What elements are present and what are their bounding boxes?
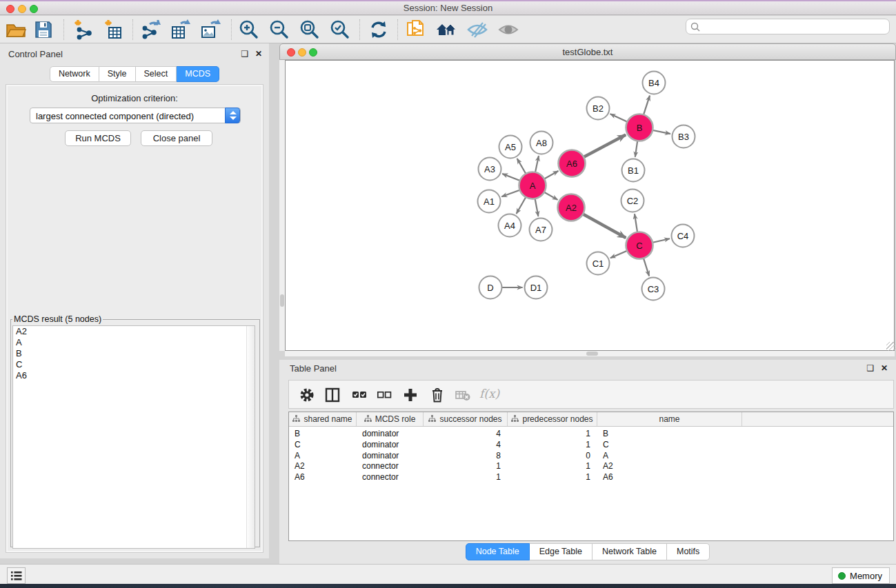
graph-edge-A-A6[interactable] <box>543 171 558 179</box>
add-column-plus-icon[interactable] <box>402 387 419 403</box>
graph-edge-A-A1[interactable] <box>501 190 521 196</box>
tab-mcds[interactable]: MCDS <box>177 66 219 82</box>
tab-edge-table[interactable]: Edge Table <box>530 543 593 560</box>
graph-edge-C-C4[interactable] <box>651 239 670 243</box>
toolbar-separator <box>231 19 232 40</box>
import-table-icon[interactable] <box>102 19 124 41</box>
tab-network[interactable]: Network <box>50 66 99 82</box>
table-row[interactable]: Adominator80A <box>289 451 893 462</box>
float-panel-icon[interactable]: ❑ <box>240 49 250 59</box>
mcds-result-fieldset: MCDS result (5 nodes) A2ABCA6 <box>10 314 260 547</box>
desktop-background-strip <box>0 584 896 588</box>
column-header-successor-nodes[interactable]: successor nodes <box>424 412 508 426</box>
search-input[interactable] <box>703 20 882 33</box>
graph-edge-A6-B[interactable] <box>582 135 626 158</box>
column-header-MCDS-role[interactable]: MCDS role <box>357 412 424 426</box>
column-header-shared-name[interactable]: shared name <box>289 412 357 426</box>
delete-column-trash-icon[interactable] <box>429 387 446 403</box>
resize-grip-icon[interactable] <box>886 342 895 351</box>
graph-node-label-A5: A5 <box>505 142 516 152</box>
graph-node-label-D: D <box>487 283 493 293</box>
close-panel-icon[interactable]: ✕ <box>254 49 263 59</box>
first-neighbors-icon[interactable] <box>405 19 427 41</box>
graph-edge-B-B3[interactable] <box>651 130 670 134</box>
memory-button[interactable]: Memory <box>832 567 890 584</box>
graph-edge-A-A8[interactable] <box>535 156 539 174</box>
graph-edge-A-A2[interactable] <box>543 192 557 200</box>
export-image-icon[interactable] <box>199 19 221 41</box>
close-table-panel-icon[interactable]: ✕ <box>879 363 889 373</box>
network-window-titlebar[interactable]: testGlobe.txt <box>279 43 896 60</box>
mcds-result-item[interactable]: A2 <box>13 326 255 337</box>
graph-node-label-B: B <box>637 123 643 133</box>
import-network-icon[interactable] <box>72 19 94 41</box>
table-row[interactable]: A2connector11A2 <box>289 461 893 472</box>
mcds-result-item[interactable]: C <box>13 359 255 370</box>
tab-network-table[interactable]: Network Table <box>593 543 667 560</box>
zoom-fit-icon[interactable] <box>299 19 321 41</box>
run-mcds-button[interactable]: Run MCDS <box>65 130 131 146</box>
mcds-result-list[interactable]: A2ABCA6 <box>12 325 255 549</box>
graph-node-label-A1: A1 <box>484 196 495 207</box>
task-history-list-icon[interactable] <box>7 567 26 584</box>
table-settings-gear-icon[interactable] <box>299 387 315 403</box>
maximize-network-button[interactable] <box>309 48 317 57</box>
mcds-result-item[interactable]: B <box>13 348 255 359</box>
zoom-in-icon[interactable] <box>238 19 260 41</box>
export-table-icon[interactable] <box>170 19 192 41</box>
save-session-icon[interactable] <box>32 19 54 41</box>
zoom-out-icon[interactable] <box>268 19 290 41</box>
open-file-icon[interactable] <box>5 19 27 41</box>
float-table-panel-icon[interactable]: ❑ <box>866 363 875 373</box>
graph-edge-A-A3[interactable] <box>502 174 521 181</box>
table-row[interactable]: Bdominator41B <box>289 429 893 440</box>
toolbar-separator <box>397 19 398 40</box>
table-header-row: shared nameMCDS rolesuccessor nodesprede… <box>289 412 893 427</box>
column-header-predecessor-nodes[interactable]: predecessor nodes <box>508 412 597 426</box>
graph-edge-A-A7[interactable] <box>535 197 538 216</box>
graph-edge-B-B1[interactable] <box>635 139 638 156</box>
graph-edge-C-C2[interactable] <box>635 214 637 233</box>
network-horizontal-scrollbar[interactable] <box>285 351 895 356</box>
export-network-icon[interactable] <box>140 19 162 41</box>
column-visibility-icon[interactable] <box>324 387 341 403</box>
tab-style[interactable]: Style <box>99 66 136 82</box>
hscroll-thumb[interactable] <box>586 352 598 356</box>
zoom-selected-icon[interactable] <box>329 19 351 41</box>
column-type-icon <box>364 414 372 424</box>
table-row[interactable]: A6connector11A6 <box>289 472 893 483</box>
graph-node-label-C4: C4 <box>677 231 689 241</box>
show-eye-icon[interactable] <box>497 19 519 41</box>
close-window-button[interactable] <box>6 5 14 13</box>
tab-node-table[interactable]: Node Table <box>466 543 530 560</box>
tab-motifs[interactable]: Motifs <box>667 543 710 560</box>
criterion-dropdown[interactable]: largest connected component (directed) <box>30 108 241 123</box>
graph-edge-B-B4[interactable] <box>643 96 650 116</box>
column-header-name[interactable]: name <box>597 412 742 426</box>
toolbar-separator <box>359 19 360 40</box>
graph-edge-C-C3[interactable] <box>643 257 649 276</box>
graph-edge-C-C1[interactable] <box>610 250 628 258</box>
close-panel-button[interactable]: Close panel <box>141 130 212 146</box>
graph-edge-A2-C[interactable] <box>581 213 626 238</box>
close-network-button[interactable] <box>287 48 295 57</box>
graph-edge-B-B2[interactable] <box>610 114 628 122</box>
refresh-icon[interactable] <box>368 19 390 41</box>
maximize-window-button[interactable] <box>30 5 38 13</box>
tab-select[interactable]: Select <box>136 66 177 82</box>
minimize-network-button[interactable] <box>298 48 306 57</box>
control-panel-title: Control Panel <box>8 49 63 59</box>
network-canvas[interactable]: B4B2BB3A8A5A6A3B1AC2A1A2A4A7C4CC1DD1C3 <box>285 60 895 351</box>
mcds-result-title: MCDS result (5 nodes) <box>12 314 103 324</box>
hide-eye-icon[interactable] <box>466 19 488 41</box>
result-list-scrollbar[interactable] <box>246 326 255 548</box>
minimize-window-button[interactable] <box>18 5 26 13</box>
mcds-result-item[interactable]: A <box>13 337 255 348</box>
home-icon[interactable] <box>435 19 457 41</box>
graph-edge-A-A4[interactable] <box>517 196 527 214</box>
select-all-icon[interactable] <box>351 387 368 403</box>
table-row[interactable]: Cdominator41C <box>289 440 893 451</box>
deselect-all-icon[interactable] <box>376 387 392 403</box>
mcds-result-item[interactable]: A6 <box>13 370 255 381</box>
graph-edge-A-A5[interactable] <box>517 159 527 175</box>
